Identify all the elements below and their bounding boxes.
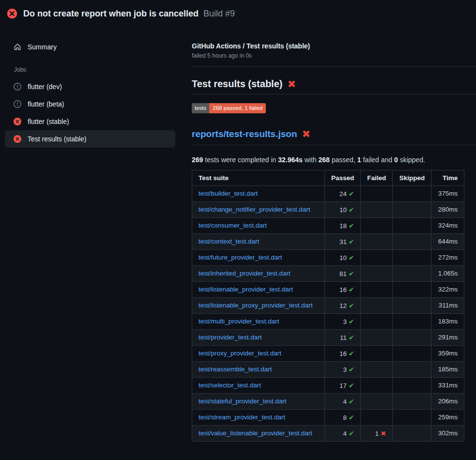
count-value: 31 (339, 238, 347, 245)
table-row: test/change_notifier_provider_test.dart1… (192, 201, 464, 217)
table-row: test/context_test.dart31✔644ms (192, 233, 464, 249)
test-suite-link[interactable]: test/stateful_provider_test.dart (199, 398, 287, 405)
cell-test-suite: test/listenable_provider_test.dart (192, 281, 325, 297)
table-row: test/value_listenable_provider_test.dart… (192, 425, 464, 441)
count-value: 24 (339, 190, 347, 198)
column-header-passed: Passed (325, 170, 361, 185)
test-suite-link[interactable]: test/context_test.dart (199, 238, 259, 245)
cell-skipped (393, 281, 431, 297)
cell-passed: 4✔ (325, 425, 361, 441)
count-value: 18 (339, 222, 347, 230)
cell-test-suite: test/change_notifier_provider_test.dart (192, 201, 325, 217)
cell-skipped (393, 377, 431, 393)
test-suite-link[interactable]: test/listenable_proxy_provider_test.dart (199, 302, 313, 309)
sidebar-job-item[interactable]: flutter (stable) (5, 113, 175, 130)
count-value: 10 (339, 206, 347, 214)
cell-time: 375ms (431, 185, 464, 201)
test-suite-link[interactable]: test/consumer_test.dart (199, 222, 267, 229)
cell-time: 280ms (431, 201, 464, 217)
test-suite-link[interactable]: test/selector_test.dart (199, 382, 261, 389)
check-icon: ✔ (349, 382, 354, 389)
cell-failed (361, 345, 393, 361)
test-suite-link[interactable]: test/value_listenable_provider_test.dart (199, 429, 312, 437)
cell-test-suite: test/future_provider_test.dart (192, 249, 325, 265)
sidebar-job-item[interactable]: Test results (stable) (5, 130, 175, 148)
column-header-time: Time (431, 170, 464, 185)
check-icon: ✔ (349, 318, 354, 325)
sidebar-job-item[interactable]: flutter (dev) (5, 78, 175, 95)
test-suite-link[interactable]: test/stream_provider_test.dart (199, 414, 285, 421)
count-value: 10 (339, 254, 347, 261)
test-suite-link[interactable]: test/builder_test.dart (199, 190, 258, 197)
cell-time: 185ms (431, 361, 464, 377)
cell-failed (361, 217, 393, 233)
build-number: Build #9 (203, 9, 235, 18)
test-suite-link[interactable]: test/future_provider_test.dart (199, 254, 282, 261)
cell-test-suite: test/stateful_provider_test.dart (192, 393, 325, 409)
cell-time: 291ms (431, 329, 464, 345)
run-meta: failed 5 hours ago in 0s (192, 52, 476, 59)
column-header-suite: Test suite (192, 170, 325, 185)
count-value: 4 (343, 398, 347, 405)
divider (192, 66, 476, 67)
cell-time: 302ms (431, 425, 464, 441)
check-icon: ✔ (349, 398, 354, 405)
cell-skipped (393, 201, 431, 217)
cell-passed: 11✔ (325, 329, 361, 345)
results-table: Test suitePassedFailedSkippedTime test/b… (192, 170, 464, 442)
sidebar-job-label: flutter (beta) (28, 100, 64, 108)
cross-mark-icon: ✖ (287, 79, 296, 89)
check-title: Do not create report when job is cancell… (23, 9, 199, 18)
breadcrumb: GitHub Actions / Test results (stable) (192, 42, 476, 50)
check-icon: ✔ (349, 430, 354, 437)
test-suite-link[interactable]: test/multi_provider_test.dart (199, 318, 279, 325)
cell-failed (361, 377, 393, 393)
cell-passed: 16✔ (325, 345, 361, 361)
stopped-status-icon (14, 100, 21, 108)
page-title: Do not create report when job is cancell… (23, 9, 235, 19)
summary-number: 32.964s (278, 156, 303, 164)
test-suite-link[interactable]: test/reassemble_test.dart (199, 366, 272, 373)
cell-passed: 16✔ (325, 281, 361, 297)
cell-time: 272ms (431, 249, 464, 265)
check-icon: ✔ (349, 334, 354, 341)
cell-skipped (393, 329, 431, 345)
cell-test-suite: test/value_listenable_provider_test.dart (192, 425, 325, 441)
check-icon: ✔ (349, 270, 354, 277)
summary-text: passed, (330, 156, 357, 164)
check-icon: ✔ (349, 238, 354, 245)
report-title: reports/test-results.json ✖ (192, 129, 476, 145)
test-suite-link[interactable]: test/listenable_provider_test.dart (199, 286, 293, 293)
cell-passed: 4✔ (325, 393, 361, 409)
cell-test-suite: test/selector_test.dart (192, 377, 325, 393)
summary-text: skipped. (398, 156, 425, 164)
sidebar-jobs: flutter (dev)flutter (beta)flutter (stab… (5, 78, 175, 148)
check-icon: ✔ (349, 222, 354, 230)
cell-passed: 18✔ (325, 217, 361, 233)
cell-failed (361, 409, 393, 425)
cell-test-suite: test/builder_test.dart (192, 185, 325, 201)
check-icon: ✔ (349, 414, 354, 421)
section-title: Test results (stable) ✖ (192, 78, 476, 94)
sidebar-job-item[interactable]: flutter (beta) (5, 95, 175, 113)
cell-time: 259ms (431, 409, 464, 425)
failed-status-icon (14, 118, 21, 125)
cell-failed (361, 233, 393, 249)
sidebar-item-summary[interactable]: Summary (5, 38, 175, 56)
jobs-section-label: Jobs (14, 66, 175, 73)
home-icon (14, 43, 21, 51)
test-suite-link[interactable]: test/provider_test.dart (199, 334, 262, 341)
check-icon: ✔ (349, 366, 354, 373)
count-value: 3 (343, 318, 347, 325)
table-row: test/listenable_proxy_provider_test.dart… (192, 297, 464, 313)
check-icon: ✔ (349, 190, 354, 198)
badge-value: 268 passed, 1 failed (209, 103, 266, 113)
cell-skipped (393, 249, 431, 265)
test-suite-link[interactable]: test/proxy_provider_test.dart (199, 350, 281, 357)
cell-skipped (393, 217, 431, 233)
test-suite-link[interactable]: test/change_notifier_provider_test.dart (199, 206, 310, 213)
table-row: test/consumer_test.dart18✔324ms (192, 217, 464, 233)
report-link[interactable]: reports/test-results.json (192, 129, 297, 139)
test-suite-link[interactable]: test/inherited_provider_test.dart (199, 270, 291, 277)
cell-passed: 10✔ (325, 249, 361, 265)
